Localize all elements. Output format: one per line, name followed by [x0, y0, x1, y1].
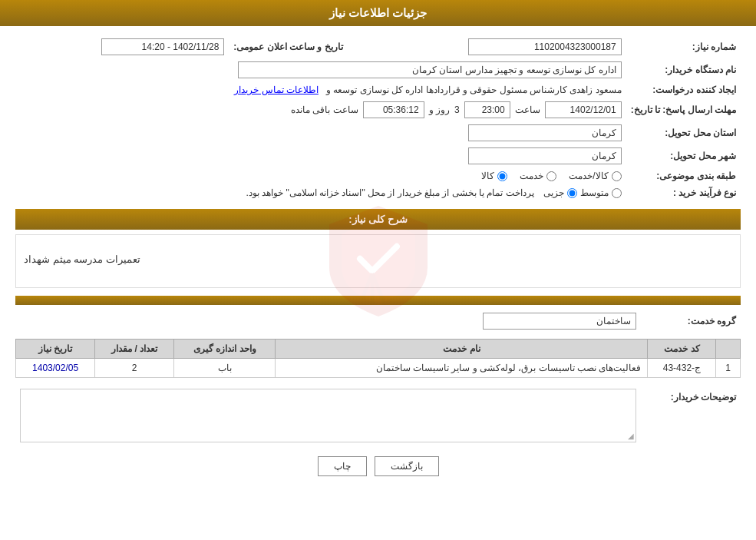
creator-label: ایجاد کننده درخواست: — [626, 81, 741, 98]
need-number-label: شماره نیاز: — [626, 35, 741, 58]
province-label: استان محل تحویل: — [626, 121, 741, 144]
description-section: تعمیرات مدرسه میثم شهداد — [15, 234, 741, 288]
purchase-type-row: نوع فرآیند خرید : متوسط جزیی پرداخت تمام… — [15, 184, 741, 201]
services-table: کد خدمت نام خدمت واحد اندازه گیری تعداد … — [15, 339, 741, 378]
buyer-org-value: اداره کل نوسازی توسعه و تجهیز مدارس استا… — [15, 58, 626, 81]
print-button[interactable]: چاپ — [318, 456, 367, 476]
creator-value: مسعود زاهدی کارشناس مسئول حقوقی و قراردا… — [15, 81, 626, 98]
buyer-org-label: نام دستگاه خریدار: — [626, 58, 741, 81]
date-value: 1402/11/28 - 14:20 — [15, 35, 229, 58]
deadline-label: مهلت ارسال پاسخ: تا تاریخ: — [626, 98, 741, 121]
buyer-notes-label: توضیحات خریدار: — [641, 386, 741, 446]
service-group-label: گروه خدمت: — [641, 310, 741, 333]
cell-row: 1 — [716, 359, 741, 378]
city-label: شهر محل تحویل: — [626, 144, 741, 167]
description-text: تعمیرات مدرسه میثم شهداد — [24, 253, 140, 265]
purchase-type-label: نوع فرآیند خرید : — [626, 184, 741, 201]
date-label: تاریخ و ساعت اعلان عمومی: — [229, 35, 347, 58]
col-unit: واحد اندازه گیری — [174, 340, 276, 359]
cell-count: 2 — [95, 359, 174, 378]
radio-kala-input[interactable] — [497, 171, 507, 181]
category-label: طبقه بندی موضوعی: — [626, 167, 741, 184]
info-table: شماره نیاز: 1102004323000187 تاریخ و ساع… — [15, 35, 741, 201]
buyer-notes-table: توضیحات خریدار: ◢ — [15, 386, 741, 446]
city-value: کرمان — [15, 144, 626, 167]
purchase-type-value: متوسط جزیی پرداخت تمام یا بخشی از مبلغ خ… — [15, 184, 626, 201]
radio-jazzi: جزیی — [543, 187, 577, 198]
col-code: کد خدمت — [648, 340, 716, 359]
services-table-header: کد خدمت نام خدمت واحد اندازه گیری تعداد … — [16, 340, 741, 359]
buttons-row: بازگشت چاپ — [15, 456, 741, 476]
cell-code: ج-432-43 — [648, 359, 716, 378]
buyer-notes-value: ◢ — [15, 386, 641, 446]
radio-khedmat: خدمت — [520, 171, 556, 181]
radio-motovaset-input[interactable] — [612, 188, 622, 198]
col-count: تعداد / مقدار — [95, 340, 174, 359]
cell-date: 1403/02/05 — [16, 359, 95, 378]
deadline-row: مهلت ارسال پاسخ: تا تاریخ: 1402/12/01 سا… — [15, 98, 741, 121]
cell-name: فعالیت‌های نصب تاسیسات برق، لوله‌کشی و س… — [276, 359, 648, 378]
cell-unit: باب — [174, 359, 276, 378]
province-row: استان محل تحویل: کرمان — [15, 121, 741, 144]
col-date: تاریخ نیاز — [16, 340, 95, 359]
buyer-notes-box: ◢ — [20, 389, 636, 442]
content-area: شماره نیاز: 1102004323000187 تاریخ و ساع… — [0, 26, 756, 485]
page-title: جزئیات اطلاعات نیاز — [0, 0, 756, 26]
col-name: نام خدمت — [276, 340, 648, 359]
need-number-value: 1102004323000187 — [363, 35, 626, 58]
category-row: طبقه بندی موضوعی: کالا/خدمت خدمت — [15, 167, 741, 184]
radio-kala-khedmat-input[interactable] — [612, 171, 622, 181]
radio-kala: کالا — [481, 171, 507, 181]
col-row — [716, 340, 741, 359]
buyer-notes-row: توضیحات خریدار: ◢ — [15, 386, 741, 446]
radio-jazzi-input[interactable] — [567, 188, 577, 198]
table-row: 1 ج-432-43 فعالیت‌های نصب تاسیسات برق، ل… — [16, 359, 741, 378]
radio-motovaset: متوسط — [580, 187, 622, 198]
back-button[interactable]: بازگشت — [375, 456, 439, 476]
radio-kala-khedmat: کالا/خدمت — [569, 171, 621, 181]
deadline-value: 1402/12/01 ساعت 23:00 3 روز و 05:36:12 س… — [15, 98, 626, 121]
creator-row: ایجاد کننده درخواست: مسعود زاهدی کارشناس… — [15, 81, 741, 98]
category-radio-group: کالا/خدمت خدمت کالا — [20, 171, 622, 181]
city-row: شهر محل تحویل: کرمان — [15, 144, 741, 167]
need-number-row: شماره نیاز: 1102004323000187 تاریخ و ساع… — [15, 35, 741, 58]
deadline-datetime: 1402/12/01 ساعت 23:00 3 روز و 05:36:12 س… — [20, 101, 622, 118]
category-radios: کالا/خدمت خدمت کالا — [15, 167, 626, 184]
creator-contact-link[interactable]: اطلاعات تماس خریدار — [234, 84, 319, 95]
province-value: کرمان — [15, 121, 626, 144]
radio-khedmat-input[interactable] — [546, 171, 556, 181]
buyer-org-row: نام دستگاه خریدار: اداره کل نوسازی توسعه… — [15, 58, 741, 81]
page-container: جزئیات اطلاعات نیاز شماره نیاز: 11020043… — [0, 0, 756, 540]
